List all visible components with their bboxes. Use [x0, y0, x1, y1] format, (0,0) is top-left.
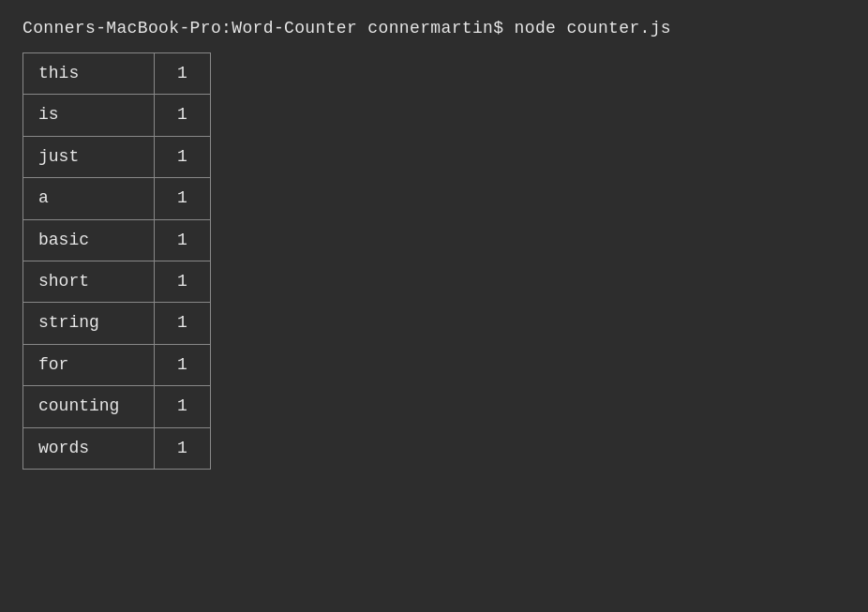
- table-row: words1: [23, 427, 211, 469]
- table-row: short1: [23, 261, 211, 302]
- word-cell: words: [23, 427, 155, 469]
- table-row: just1: [23, 136, 211, 177]
- count-cell: 1: [155, 344, 211, 385]
- word-cell: string: [23, 303, 155, 344]
- table-row: is1: [23, 95, 211, 136]
- command-line: Conners-MacBook-Pro:Word-Counter connerm…: [22, 19, 846, 37]
- count-cell: 1: [155, 261, 211, 302]
- count-cell: 1: [155, 427, 211, 469]
- word-cell: just: [23, 136, 155, 177]
- table-row: counting1: [23, 386, 211, 427]
- table-row: a1: [23, 178, 211, 219]
- count-cell: 1: [155, 95, 211, 136]
- count-cell: 1: [155, 386, 211, 427]
- count-cell: 1: [155, 303, 211, 344]
- word-count-table: this1is1just1a1basic1short1string1for1co…: [22, 52, 211, 470]
- count-cell: 1: [155, 53, 211, 95]
- word-cell: basic: [23, 219, 155, 261]
- word-cell: counting: [23, 386, 155, 427]
- word-cell: for: [23, 344, 155, 385]
- count-cell: 1: [155, 178, 211, 219]
- table-row: this1: [23, 53, 211, 95]
- terminal-window: Conners-MacBook-Pro:Word-Counter connerm…: [0, 0, 868, 612]
- word-cell: is: [23, 95, 155, 136]
- table-row: string1: [23, 303, 211, 344]
- word-cell: this: [23, 53, 155, 95]
- count-cell: 1: [155, 136, 211, 177]
- count-cell: 1: [155, 219, 211, 261]
- table-row: basic1: [23, 219, 211, 261]
- word-cell: a: [23, 178, 155, 219]
- table-row: for1: [23, 344, 211, 385]
- word-cell: short: [23, 261, 155, 302]
